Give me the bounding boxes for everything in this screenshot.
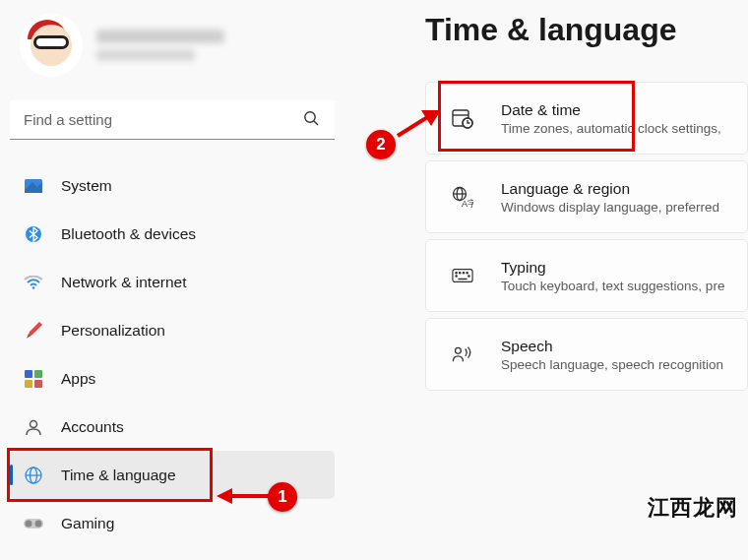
settings-window: System Bluetooth & devices Network & int… xyxy=(0,0,748,560)
main-panel: Time & language Date & time Time zones, … xyxy=(344,0,748,560)
card-language-region[interactable]: A字 Language & region Windows display lan… xyxy=(425,160,748,233)
svg-point-28 xyxy=(467,273,468,274)
sidebar-item-system[interactable]: System xyxy=(10,161,335,210)
svg-rect-8 xyxy=(34,380,42,388)
globe-icon xyxy=(24,466,43,485)
card-speech[interactable]: Speech Speech language, speech recogniti… xyxy=(425,318,748,391)
sidebar-item-accounts[interactable]: Accounts xyxy=(10,403,335,451)
account-icon xyxy=(24,417,43,437)
page-title: Time & language xyxy=(425,12,748,48)
annotation-arrow-2 xyxy=(392,106,443,140)
sidebar-item-label: Apps xyxy=(61,370,95,388)
annotation-badge-2: 2 xyxy=(366,130,396,159)
svg-point-32 xyxy=(455,347,461,353)
svg-point-0 xyxy=(305,112,315,122)
card-title: Date & time xyxy=(501,101,721,119)
svg-marker-34 xyxy=(217,488,232,504)
svg-point-25 xyxy=(456,273,457,274)
bluetooth-icon xyxy=(24,224,43,244)
sidebar-item-label: Network & internet xyxy=(61,274,187,291)
svg-point-29 xyxy=(456,276,457,277)
card-title: Typing xyxy=(501,259,724,277)
sidebar-item-label: Bluetooth & devices xyxy=(61,225,196,243)
search-icon[interactable] xyxy=(303,110,319,130)
system-icon xyxy=(24,176,43,196)
sidebar-item-label: Time & language xyxy=(61,467,176,484)
svg-text:A字: A字 xyxy=(462,199,473,208)
search-wrap xyxy=(10,100,335,140)
svg-point-15 xyxy=(35,520,42,527)
sidebar-item-apps[interactable]: Apps xyxy=(10,354,335,403)
svg-point-27 xyxy=(463,273,464,274)
sidebar-item-label: Accounts xyxy=(61,418,124,436)
svg-point-14 xyxy=(26,520,32,527)
keyboard-icon xyxy=(452,265,473,286)
sidebar-item-network[interactable]: Network & internet xyxy=(10,258,335,306)
svg-line-1 xyxy=(314,121,318,125)
annotation-arrow-1 xyxy=(215,484,274,508)
card-list: Date & time Time zones, automatic clock … xyxy=(425,82,748,391)
speech-icon xyxy=(452,343,473,365)
sidebar-item-label: Personalization xyxy=(61,322,165,340)
apps-icon xyxy=(24,369,43,389)
svg-rect-6 xyxy=(34,370,42,378)
svg-point-30 xyxy=(468,276,469,277)
svg-point-4 xyxy=(32,286,35,289)
card-title: Speech xyxy=(501,338,723,355)
svg-point-9 xyxy=(31,420,37,427)
svg-rect-7 xyxy=(25,380,32,388)
annotation-badge-1: 1 xyxy=(268,482,297,512)
sidebar-item-personalization[interactable]: Personalization xyxy=(10,306,335,354)
watermark: 江西龙网 xyxy=(648,493,738,523)
sidebar-item-label: System xyxy=(61,177,112,195)
avatar xyxy=(20,14,83,77)
card-desc: Time zones, automatic clock settings, xyxy=(501,121,721,136)
card-desc: Speech language, speech recognition xyxy=(501,357,723,372)
card-title: Language & region xyxy=(501,180,719,198)
svg-rect-5 xyxy=(25,370,32,378)
card-typing[interactable]: Typing Touch keyboard, text suggestions,… xyxy=(425,239,748,312)
sidebar-item-bluetooth[interactable]: Bluetooth & devices xyxy=(10,210,335,258)
gaming-icon xyxy=(24,514,43,533)
svg-line-35 xyxy=(398,116,429,136)
sidebar-item-label: Gaming xyxy=(61,515,114,532)
svg-point-26 xyxy=(460,273,461,274)
profile-name-blurred xyxy=(96,30,224,61)
wifi-icon xyxy=(24,273,43,292)
datetime-icon xyxy=(452,107,473,129)
search-input[interactable] xyxy=(10,100,335,140)
brush-icon xyxy=(24,321,43,341)
svg-rect-31 xyxy=(458,279,467,280)
sidebar: System Bluetooth & devices Network & int… xyxy=(0,0,344,560)
card-desc: Touch keyboard, text suggestions, pre xyxy=(501,279,724,293)
profile-area[interactable] xyxy=(10,10,335,96)
card-desc: Windows display language, preferred xyxy=(501,200,719,215)
card-date-time[interactable]: Date & time Time zones, automatic clock … xyxy=(425,82,748,155)
language-icon: A字 xyxy=(452,186,473,208)
